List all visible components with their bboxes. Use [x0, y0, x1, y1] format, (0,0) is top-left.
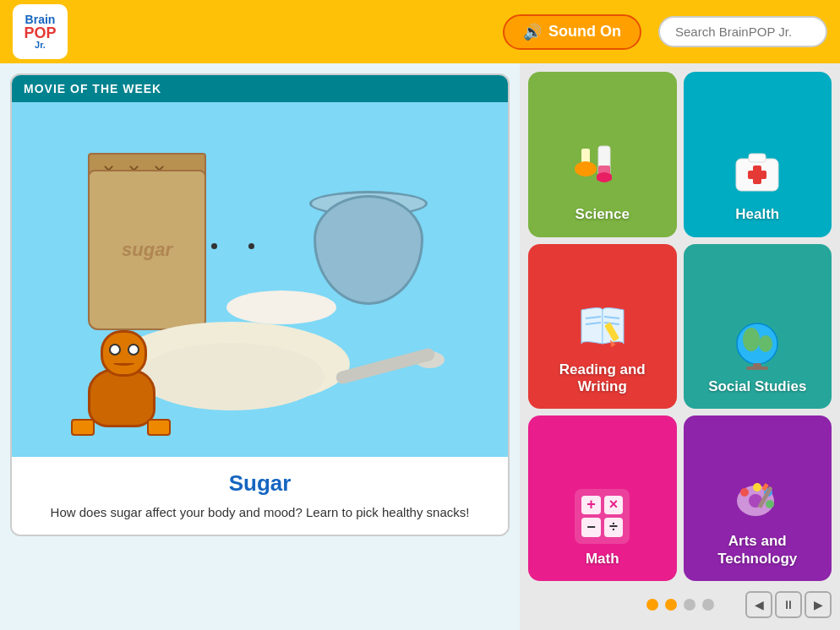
svg-point-23: [740, 488, 749, 497]
robot-pupil-left: [211, 243, 217, 249]
svg-rect-5: [598, 166, 610, 176]
robot-eye-right: [128, 344, 139, 356]
science-icon: [573, 142, 632, 201]
category-social-studies[interactable]: Social Studies: [684, 244, 832, 410]
divide-btn: ÷: [604, 518, 624, 537]
reading-icon: [573, 297, 632, 356]
reading-label: Reading andWriting: [559, 361, 646, 396]
category-row-2: Reading andWriting Social Studies: [528, 244, 832, 410]
sugar-in-bowl: [226, 291, 336, 324]
header: Brain POP Jr. 🔊 Sound On: [0, 0, 840, 63]
arts-label: Arts andTechnology: [717, 533, 797, 568]
times-btn: ×: [604, 496, 624, 515]
sugar-text: sugar: [122, 239, 172, 261]
svg-rect-20: [746, 367, 768, 370]
svg-point-26: [766, 500, 774, 508]
category-reading[interactable]: Reading andWriting: [528, 244, 677, 410]
math-calculator-icon: + × − ÷: [575, 489, 630, 544]
pagination-dot-1[interactable]: [646, 599, 658, 611]
robot-body: [88, 368, 155, 427]
svg-point-18: [759, 335, 772, 352]
sugar-pile2: [139, 343, 325, 410]
robot-head: [101, 330, 147, 377]
robot-eye-left: [109, 344, 121, 356]
svg-point-4: [575, 161, 597, 177]
logo-pop: POP: [24, 25, 56, 41]
math-label: Math: [586, 551, 619, 568]
movie-panel: MOVIE OF THE WEEK ✕ ✕ ✕ sugar: [0, 63, 520, 630]
pagination-dot-4[interactable]: [702, 599, 714, 611]
category-science[interactable]: Science: [528, 72, 677, 237]
arts-icon: [728, 469, 787, 528]
category-math[interactable]: + × − ÷ Math: [528, 415, 677, 581]
science-label: Science: [575, 206, 630, 223]
social-studies-icon: [728, 314, 787, 373]
main-content: MOVIE OF THE WEEK ✕ ✕ ✕ sugar: [0, 63, 840, 630]
pagination-pause-button[interactable]: ⏸: [775, 591, 802, 618]
social-studies-label: Social Studies: [708, 378, 806, 395]
svg-rect-9: [748, 171, 766, 179]
movie-header: MOVIE OF THE WEEK: [12, 75, 508, 102]
category-row-3: + × − ÷ Math: [528, 415, 832, 581]
logo-jr: Jr.: [35, 41, 46, 50]
robot-hand-left: [71, 419, 95, 436]
category-row-1: Science Health: [528, 72, 832, 237]
search-input[interactable]: [658, 16, 827, 47]
movie-section-label: MOVIE OF THE WEEK: [24, 82, 161, 95]
movie-description: How does sugar affect your body and mood…: [29, 503, 491, 521]
movie-title[interactable]: Sugar: [29, 470, 491, 497]
movie-image[interactable]: ✕ ✕ ✕ sugar: [12, 102, 508, 457]
pagination-prev-button[interactable]: ◀: [745, 591, 772, 618]
movie-illustration: ✕ ✕ ✕ sugar: [12, 102, 508, 457]
prev-icon: ◀: [755, 598, 764, 611]
pagination: ◀ ⏸ ▶: [528, 588, 832, 622]
robot-hand-right: [147, 419, 171, 436]
pause-icon: ⏸: [783, 598, 794, 611]
health-icon: [728, 142, 787, 201]
sugar-bowl: [314, 195, 423, 305]
svg-point-17: [743, 328, 760, 351]
robot-mouth: [113, 361, 134, 366]
health-label: Health: [735, 206, 779, 223]
sugar-bag: sugar: [88, 170, 206, 330]
logo-brain: Brain: [25, 14, 56, 25]
logo[interactable]: Brain POP Jr.: [13, 4, 68, 59]
sound-icon: 🔊: [523, 23, 542, 41]
category-arts[interactable]: Arts andTechnology: [684, 415, 832, 581]
sound-button[interactable]: 🔊 Sound On: [503, 14, 641, 50]
minus-btn: −: [581, 518, 601, 537]
svg-point-24: [753, 483, 761, 492]
movie-info: Sugar How does sugar affect your body an…: [12, 457, 508, 535]
svg-rect-7: [749, 154, 766, 162]
category-panel: Science Health: [520, 63, 840, 630]
pagination-dot-2[interactable]: [665, 599, 677, 611]
next-icon: ▶: [814, 598, 823, 611]
plus-btn: +: [581, 496, 601, 515]
category-health[interactable]: Health: [684, 72, 832, 237]
sound-label: Sound On: [548, 23, 621, 41]
pagination-next-button[interactable]: ▶: [805, 591, 832, 618]
movie-card[interactable]: MOVIE OF THE WEEK ✕ ✕ ✕ sugar: [10, 73, 510, 536]
pagination-dot-3[interactable]: [684, 599, 695, 611]
robot-pupil-right: [248, 243, 254, 249]
